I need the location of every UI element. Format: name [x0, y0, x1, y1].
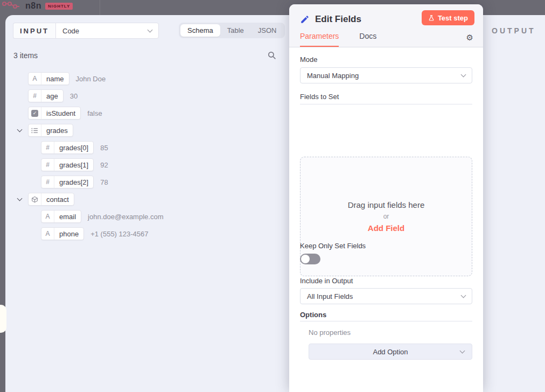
schema-field-key: age: [41, 90, 63, 102]
schema-field-pill[interactable]: A email: [41, 210, 81, 223]
schema-row: # grades[2] 78: [13, 173, 285, 191]
schema-row: grades: [13, 122, 285, 139]
keep-only-set-fields-toggle[interactable]: [300, 254, 320, 264]
output-panel-label: OUTPUT: [492, 26, 536, 35]
schema-row: # grades[0] 85: [13, 139, 285, 156]
tab-schema[interactable]: Schema: [180, 24, 220, 37]
chevron-down-icon: [148, 27, 153, 32]
items-count: 3 items: [13, 51, 38, 60]
mode-select-value: Manual Mapping: [307, 72, 359, 80]
schema-row: A phone +1 (555) 123-4567: [13, 225, 285, 242]
chevron-down-icon: [461, 72, 466, 77]
pencil-icon: [300, 15, 310, 24]
schema-field-value: john.doe@example.com: [88, 213, 163, 221]
chevron-down-icon: [460, 348, 465, 353]
schema-field-pill[interactable]: ✓ isStudent: [28, 107, 81, 120]
divider: [300, 321, 472, 321]
string-icon: A: [29, 73, 41, 85]
dropzone-or-text: or: [383, 213, 389, 220]
tab-table[interactable]: Table: [220, 24, 251, 37]
collapse-chevron-icon[interactable]: [16, 122, 23, 139]
number-icon: #: [41, 176, 54, 188]
schema-field-value: 78: [100, 178, 108, 186]
schema-field-pill[interactable]: # grades[1]: [41, 158, 94, 171]
mode-select[interactable]: Manual Mapping: [300, 67, 472, 83]
input-panel-label: INPUT: [13, 23, 55, 39]
schema-row: # grades[1] 92: [13, 156, 285, 173]
number-icon: #: [29, 90, 41, 102]
boolean-icon: ✓: [29, 107, 41, 119]
schema-field-value: 30: [70, 92, 78, 100]
array-icon: [29, 124, 41, 136]
test-step-button[interactable]: Test step: [422, 10, 474, 25]
include-in-output-label: Include in Output: [300, 277, 353, 285]
keep-only-set-fields-label: Keep Only Set Fields: [300, 242, 366, 250]
input-view-tabs: Schema Table JSON: [179, 23, 285, 38]
node-detail-panel: Edit Fields Test step Parameters Docs ⚙ …: [289, 4, 483, 392]
add-field-link[interactable]: Add Field: [368, 223, 404, 233]
schema-field-value: +1 (555) 123-4567: [90, 230, 148, 238]
node-parameters-body: Mode Manual Mapping Fields to Set Drag i…: [289, 47, 483, 392]
logo-text: n8n: [25, 1, 41, 11]
nightly-badge: NIGHTLY: [45, 3, 73, 10]
schema-row: # age 30: [13, 87, 285, 104]
include-select-value: All Input Fields: [307, 292, 353, 300]
fields-dropzone[interactable]: Drag input fields here or Add Field: [300, 157, 472, 276]
search-icon[interactable]: [267, 51, 277, 60]
string-icon: A: [41, 228, 54, 240]
no-properties-text: No properties: [309, 328, 351, 337]
schema-field-key: phone: [54, 228, 83, 240]
canvas-seam: [100, 0, 100, 15]
schema-field-pill[interactable]: # age: [28, 89, 64, 102]
input-source-value: Code: [62, 27, 79, 35]
schema-field-value: John Doe: [76, 75, 106, 83]
schema-row: A email john.doe@example.com: [13, 208, 285, 225]
dropzone-text: Drag input fields here: [348, 200, 425, 209]
schema-field-pill[interactable]: A name: [28, 72, 69, 85]
schema-field-value: 92: [100, 161, 108, 169]
chevron-down-icon: [461, 292, 466, 298]
n8n-logo: n8n NIGHTLY: [2, 0, 73, 13]
schema-field-pill[interactable]: A phone: [41, 227, 84, 240]
mode-label: Mode: [300, 55, 318, 64]
schema-field-value: 85: [100, 144, 108, 152]
node-title: Edit Fields: [315, 14, 361, 25]
include-in-output-select[interactable]: All Input Fields: [300, 288, 472, 304]
tab-parameters[interactable]: Parameters: [300, 32, 339, 47]
tab-docs[interactable]: Docs: [359, 32, 376, 47]
gear-icon[interactable]: ⚙: [466, 33, 473, 43]
n8n-logo-icon: [2, 1, 22, 11]
schema-field-key: email: [54, 211, 81, 222]
schema-field-key: grades[1]: [54, 159, 93, 171]
divider: [300, 104, 472, 104]
schema-field-key: isStudent: [41, 107, 80, 119]
add-option-button[interactable]: Add Option: [309, 344, 472, 360]
node-panel-header: Edit Fields Test step Parameters Docs ⚙: [289, 4, 483, 47]
number-icon: #: [41, 159, 54, 171]
schema-field-key: grades[0]: [54, 142, 93, 153]
sidebar-collapse-handle[interactable]: [0, 305, 6, 333]
schema-field-key: name: [41, 73, 69, 85]
flask-icon: [428, 15, 435, 22]
schema-row: ✓ isStudent false: [13, 104, 285, 122]
schema-field-value: false: [87, 109, 102, 117]
schema-tree: A name John Doe # age 30 ✓ isStudent fal…: [13, 70, 285, 242]
string-icon: A: [41, 211, 54, 222]
input-source-select[interactable]: INPUT Code: [13, 23, 159, 39]
schema-field-key: grades: [41, 124, 73, 136]
schema-field-pill[interactable]: contact: [28, 193, 74, 206]
node-panel-tabs: Parameters Docs: [300, 32, 376, 47]
schema-field-pill[interactable]: # grades[0]: [41, 141, 94, 154]
options-section-label: Options: [300, 311, 326, 319]
schema-field-pill[interactable]: grades: [28, 124, 73, 137]
schema-row: contact: [13, 191, 285, 208]
tab-json[interactable]: JSON: [251, 24, 284, 37]
object-icon: [29, 193, 41, 205]
app-window: n8n NIGHTLY INPUT Code Schema Table JSON…: [0, 0, 545, 392]
schema-field-pill[interactable]: # grades[2]: [41, 176, 94, 188]
number-icon: #: [41, 142, 54, 153]
schema-row: A name John Doe: [13, 70, 285, 87]
fields-to-set-label: Fields to Set: [300, 93, 339, 101]
schema-field-key: grades[2]: [54, 176, 93, 188]
collapse-chevron-icon[interactable]: [16, 191, 23, 208]
